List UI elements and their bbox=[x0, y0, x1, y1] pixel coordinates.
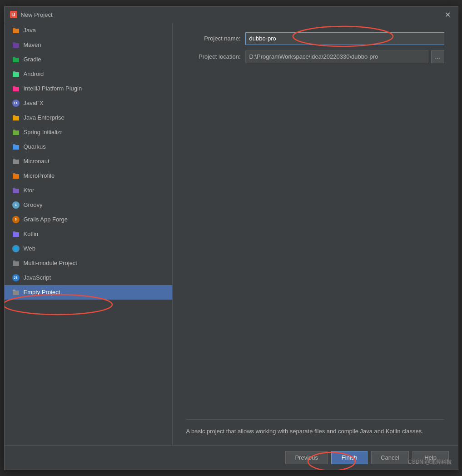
project-description: A basic project that allows working with… bbox=[186, 419, 444, 436]
project-name-input[interactable] bbox=[245, 32, 444, 45]
project-type-sidebar: Java Maven Gradle Android IntelliJ Platf… bbox=[5, 23, 173, 445]
sidebar-item-label-groovy: Groovy bbox=[24, 201, 43, 208]
sidebar-item-grails[interactable]: GGrails App Forge bbox=[5, 212, 172, 227]
sidebar-item-gradle[interactable]: Gradle bbox=[5, 52, 172, 67]
previous-button[interactable]: Previous bbox=[285, 451, 328, 464]
empty-icon bbox=[12, 288, 20, 296]
spring-icon bbox=[12, 128, 20, 136]
sidebar-item-javascript[interactable]: JSJavaScript bbox=[5, 271, 172, 285]
sidebar-item-label-spring: Spring Initializr bbox=[24, 129, 62, 135]
form-area: Project name: Project location: ... bbox=[173, 23, 458, 78]
svg-rect-10 bbox=[13, 116, 19, 120]
sidebar-item-label-javafx: JavaFX bbox=[24, 100, 44, 106]
sidebar-item-spring[interactable]: Spring Initializr bbox=[5, 125, 172, 140]
sidebar-item-label-web: Web bbox=[24, 245, 36, 252]
svg-rect-18 bbox=[13, 174, 19, 179]
svg-rect-14 bbox=[13, 145, 19, 150]
svg-rect-9 bbox=[13, 86, 15, 87]
description-area: A basic project that allows working with… bbox=[173, 78, 458, 445]
project-name-label: Project name: bbox=[186, 35, 241, 42]
gradle-icon bbox=[12, 55, 20, 64]
maven-icon bbox=[12, 41, 20, 49]
svg-rect-7 bbox=[13, 71, 15, 73]
sidebar-item-quarkus[interactable]: Quarkus bbox=[5, 140, 172, 154]
sidebar-item-label-microprofile: MicroProfile bbox=[24, 172, 55, 179]
svg-rect-5 bbox=[13, 57, 15, 58]
location-row: ... bbox=[245, 50, 444, 63]
kotlin-icon bbox=[12, 230, 20, 238]
project-location-input[interactable] bbox=[245, 50, 428, 63]
svg-rect-20 bbox=[13, 189, 19, 193]
sidebar-item-label-maven: Maven bbox=[24, 41, 41, 48]
java-icon bbox=[12, 26, 20, 35]
project-name-row: Project name: bbox=[186, 32, 444, 45]
svg-rect-16 bbox=[13, 160, 19, 164]
svg-rect-6 bbox=[13, 72, 19, 77]
svg-rect-26 bbox=[13, 291, 19, 295]
svg-rect-4 bbox=[13, 58, 19, 62]
sidebar-item-javafx[interactable]: FXJavaFX bbox=[5, 96, 172, 110]
sidebar-item-label-micronaut: Micronaut bbox=[24, 158, 50, 165]
sidebar-item-label-javascript: JavaScript bbox=[24, 274, 51, 281]
sidebar-item-android[interactable]: Android bbox=[5, 67, 172, 81]
intellij-icon bbox=[12, 85, 20, 93]
dialog-title: New Project bbox=[21, 11, 53, 18]
sidebar-item-label-enterprise: Java Enterprise bbox=[24, 114, 65, 121]
sidebar-item-micronaut[interactable]: Micronaut bbox=[5, 154, 172, 169]
sidebar-item-empty[interactable]: Empty Project bbox=[5, 285, 172, 300]
sidebar-item-web[interactable]: 🌐Web bbox=[5, 241, 172, 256]
microprofile-icon bbox=[12, 172, 20, 180]
sidebar-item-enterprise[interactable]: Java Enterprise bbox=[5, 110, 172, 125]
ktor-icon bbox=[12, 186, 20, 195]
sidebar-item-microprofile[interactable]: MicroProfile bbox=[5, 169, 172, 183]
svg-rect-22 bbox=[13, 232, 19, 237]
javascript-icon: JS bbox=[12, 274, 20, 282]
close-button[interactable]: ✕ bbox=[443, 10, 452, 19]
sidebar-item-multimodule[interactable]: Multi-module Project bbox=[5, 256, 172, 271]
svg-rect-27 bbox=[13, 290, 15, 291]
sidebar-item-label-empty: Empty Project bbox=[24, 289, 60, 296]
sidebar-item-java[interactable]: Java bbox=[5, 23, 172, 38]
svg-rect-15 bbox=[13, 144, 15, 145]
new-project-dialog: IJ New Project ✕ Java Maven Gradle Andro… bbox=[4, 6, 458, 470]
sidebar-item-label-intellij: IntelliJ Platform Plugin bbox=[24, 85, 82, 92]
dialog-footer: Previous Finish Cancel Help bbox=[5, 445, 458, 470]
web-icon: 🌐 bbox=[12, 245, 20, 253]
svg-rect-8 bbox=[13, 87, 19, 91]
title-bar-left: IJ New Project bbox=[10, 11, 53, 18]
cancel-button[interactable]: Cancel bbox=[371, 451, 408, 464]
sidebar-item-groovy[interactable]: GGroovy bbox=[5, 198, 172, 212]
micronaut-icon bbox=[12, 157, 20, 165]
svg-rect-21 bbox=[13, 188, 15, 189]
sidebar-item-label-ktor: Ktor bbox=[24, 187, 35, 194]
quarkus-icon bbox=[12, 143, 20, 151]
sidebar-item-label-grails: Grails App Forge bbox=[24, 216, 68, 223]
dialog-body: Java Maven Gradle Android IntelliJ Platf… bbox=[5, 23, 458, 445]
sidebar-item-label-android: Android bbox=[24, 70, 44, 77]
svg-rect-0 bbox=[13, 29, 19, 33]
finish-button[interactable]: Finish bbox=[331, 451, 368, 464]
app-icon: IJ bbox=[10, 11, 17, 18]
multimodule-icon bbox=[12, 259, 20, 267]
svg-rect-1 bbox=[13, 28, 15, 29]
svg-rect-11 bbox=[13, 115, 15, 116]
enterprise-icon bbox=[12, 114, 20, 122]
sidebar-item-maven[interactable]: Maven bbox=[5, 38, 172, 52]
groovy-icon: G bbox=[12, 201, 20, 209]
svg-rect-13 bbox=[13, 130, 15, 131]
sidebar-item-label-quarkus: Quarkus bbox=[24, 143, 46, 150]
svg-rect-23 bbox=[13, 231, 15, 233]
svg-rect-24 bbox=[13, 261, 19, 266]
title-bar: IJ New Project ✕ bbox=[5, 7, 458, 23]
project-location-row: Project location: ... bbox=[186, 50, 444, 63]
sidebar-item-label-gradle: Gradle bbox=[24, 56, 41, 63]
sidebar-item-label-multimodule: Multi-module Project bbox=[24, 260, 78, 266]
svg-rect-12 bbox=[13, 130, 19, 135]
project-location-label: Project location: bbox=[186, 53, 241, 60]
sidebar-item-kotlin[interactable]: Kotlin bbox=[5, 227, 172, 241]
attribution: CSDN @北芳科技 bbox=[408, 458, 452, 466]
sidebar-item-intellij[interactable]: IntelliJ Platform Plugin bbox=[5, 81, 172, 96]
sidebar-item-ktor[interactable]: Ktor bbox=[5, 183, 172, 198]
browse-button[interactable]: ... bbox=[431, 50, 444, 63]
svg-rect-19 bbox=[13, 173, 15, 175]
